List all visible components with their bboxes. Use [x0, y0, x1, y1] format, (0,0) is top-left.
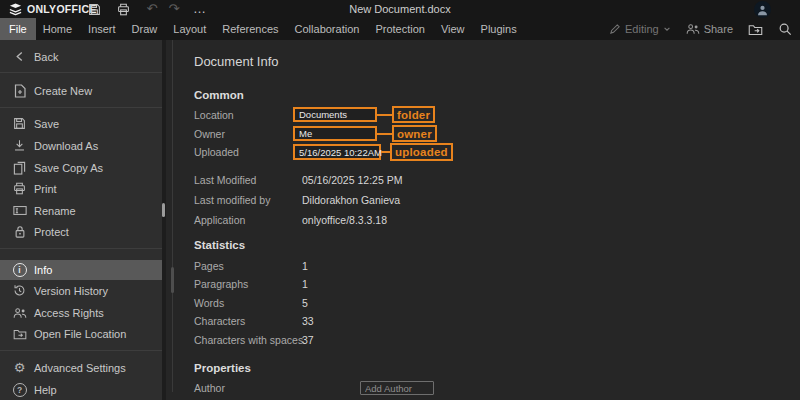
tab-references[interactable]: References	[222, 23, 278, 35]
onlyoffice-window: ONLYOFFICE ↶ ↷ … New Document.docx	[0, 0, 800, 400]
sidebar-item-advanced-settings[interactable]: ⚙ Advanced Settings	[0, 357, 162, 378]
tab-layout[interactable]: Layout	[173, 23, 206, 35]
separator	[0, 248, 162, 249]
chevron-left-icon	[12, 49, 27, 64]
annotation-label-uploaded: uploaded	[390, 143, 453, 161]
user-avatar[interactable]	[754, 1, 771, 18]
section-heading-statistics: Statistics	[194, 237, 245, 253]
titlebar: ONLYOFFICE ↶ ↷ … New Document.docx	[0, 0, 800, 18]
share-button[interactable]: Share	[686, 23, 733, 35]
tab-collaboration[interactable]: Collaboration	[295, 23, 360, 35]
more-options-icon[interactable]: …	[190, 0, 210, 18]
open-file-location-icon[interactable]	[748, 23, 763, 36]
tab-protection[interactable]: Protection	[375, 23, 425, 35]
sidebar-item-save-copy-as[interactable]: Save Copy As	[0, 157, 162, 178]
copy-document-icon	[12, 160, 27, 175]
print-icon[interactable]	[113, 0, 133, 18]
document-title: New Document.docx	[349, 0, 451, 18]
new-document-icon	[12, 83, 27, 98]
history-clock-icon	[12, 283, 27, 298]
info-circle-icon: i	[12, 262, 27, 277]
sidebar-item-back[interactable]: Back	[0, 46, 162, 67]
lock-icon	[12, 224, 27, 239]
sidebar-item-access-rights[interactable]: Access Rights	[0, 302, 162, 323]
share-people-icon	[686, 23, 700, 35]
onlyoffice-logo-icon	[8, 2, 23, 17]
separator	[0, 72, 162, 73]
document-info-panel: Document Info Common Location Owner Uplo…	[166, 40, 800, 400]
annotation-connector	[381, 151, 390, 153]
printer-icon	[12, 181, 27, 196]
people-icon	[12, 305, 27, 320]
sidebar-item-info[interactable]: i Info	[0, 260, 162, 280]
undo-icon[interactable]: ↶	[142, 0, 162, 18]
annotation-label-owner: owner	[392, 125, 437, 142]
tab-home[interactable]: Home	[43, 23, 72, 35]
topbar-right-actions: Editing Share	[609, 18, 792, 40]
sidebar-item-protect[interactable]: Protect	[0, 221, 162, 242]
separator	[0, 107, 162, 108]
panel-scrollbar-track	[172, 40, 173, 392]
folder-arrow-icon	[12, 326, 27, 341]
download-icon	[12, 138, 27, 153]
tab-view[interactable]: View	[441, 23, 465, 35]
annotation-connector	[377, 114, 392, 116]
floppy-icon	[12, 116, 27, 131]
chevron-down-icon	[663, 25, 671, 33]
add-author-input[interactable]	[360, 381, 434, 395]
annotation-connector	[377, 133, 392, 135]
question-circle-icon: ?	[12, 382, 27, 397]
sidebar-item-open-file-location[interactable]: Open File Location	[0, 323, 162, 344]
pencil-icon	[609, 23, 621, 35]
tab-insert[interactable]: Insert	[88, 23, 116, 35]
rename-icon	[12, 203, 27, 218]
search-icon[interactable]	[778, 22, 792, 36]
sidebar-item-rename[interactable]: Rename	[0, 200, 162, 221]
file-menu-sidebar: Back Create New Save	[0, 40, 162, 400]
separator	[0, 350, 162, 351]
sidebar-item-print[interactable]: Print	[0, 178, 162, 199]
annotation-value-box-location: Documents	[293, 107, 377, 122]
page-title: Document Info	[194, 54, 279, 69]
panel-scrollbar-thumb[interactable]	[171, 267, 174, 293]
annotation-value-box-uploaded: 5/16/2025 10:22AM	[293, 144, 381, 160]
section-heading-common: Common	[194, 87, 244, 103]
tab-file[interactable]: File	[0, 18, 36, 40]
file-menu-panel: Back Create New Save	[0, 40, 800, 400]
tab-plugins[interactable]: Plugins	[481, 23, 517, 35]
uploaded-value: 5/16/2025 10:22AM	[295, 147, 382, 158]
section-heading-properties: Properties	[194, 360, 251, 376]
tab-draw[interactable]: Draw	[132, 23, 158, 35]
sidebar-item-create-new[interactable]: Create New	[0, 80, 162, 101]
sidebar-item-download-as[interactable]: Download As	[0, 135, 162, 156]
sidebar-scrollbar-thumb[interactable]	[162, 203, 165, 217]
sidebar-item-save[interactable]: Save	[0, 113, 162, 134]
editing-mode-button[interactable]: Editing	[609, 23, 671, 35]
gear-icon: ⚙	[12, 360, 27, 375]
annotation-value-box-owner: Me	[293, 126, 377, 141]
redo-icon[interactable]: ↷	[164, 0, 184, 18]
owner-value: Me	[295, 128, 312, 139]
annotation-label-folder: folder	[392, 106, 435, 123]
editing-label: Editing	[625, 23, 659, 35]
save-icon[interactable]	[84, 0, 104, 18]
share-label: Share	[704, 23, 733, 35]
sidebar-item-help[interactable]: ? Help	[0, 379, 162, 400]
location-value: Documents	[295, 109, 347, 120]
sidebar-item-version-history[interactable]: Version History	[0, 280, 162, 301]
